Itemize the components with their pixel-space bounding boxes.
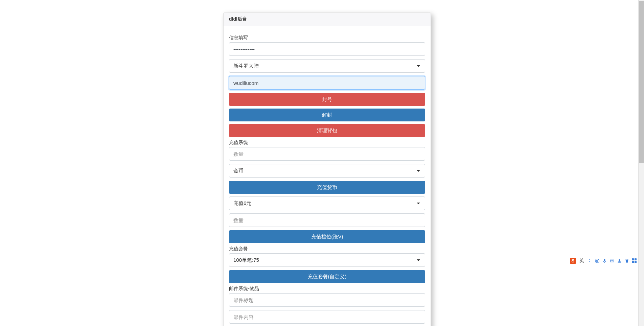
admin-panel-card: dldl后台 信息填写 新斗罗大陆 封号 解封 清理背包 充值系统 金币 充值货… (223, 13, 431, 326)
mail-system-label: 邮件系统-物品 (229, 286, 425, 292)
info-section-label: 信息填写 (229, 35, 425, 41)
password-input[interactable] (229, 42, 425, 56)
mail-title-input[interactable] (229, 293, 425, 307)
panel-title: dldl后台 (224, 13, 431, 26)
caret-down-icon (417, 259, 420, 261)
user-icon[interactable] (617, 258, 622, 263)
server-select-value: 新斗罗大陆 (233, 63, 259, 69)
panel-body: 信息填写 新斗罗大陆 封号 解封 清理背包 充值系统 金币 充值货币 充值6元 (224, 26, 431, 326)
mail-content-input[interactable] (229, 310, 425, 324)
sogou-logo-icon[interactable]: S (569, 257, 577, 264)
clear-bag-button[interactable]: 清理背包 (229, 124, 425, 137)
unban-button[interactable]: 解封 (229, 109, 425, 121)
skin-icon[interactable] (624, 258, 629, 263)
keyboard-icon[interactable] (609, 258, 615, 263)
currency-select-value: 金币 (233, 167, 244, 174)
server-select[interactable]: 新斗罗大陆 (229, 59, 425, 73)
scrollbar-track[interactable] (638, 0, 644, 326)
scrollbar-thumb[interactable] (639, 1, 644, 163)
package-select[interactable]: 100单笔:75 (229, 253, 425, 267)
recharge-tier-select[interactable]: 充值6元 (229, 196, 425, 210)
caret-down-icon (417, 65, 420, 67)
recharge-currency-button[interactable]: 充值货币 (229, 181, 425, 194)
recharge-system-label: 充值系统 (229, 140, 425, 146)
recharge-package-button[interactable]: 充值套餐(自定义) (229, 270, 425, 283)
caret-down-icon (417, 203, 420, 204)
ime-toolbar[interactable]: S 英 •• (568, 256, 638, 265)
ime-lang-label[interactable]: 英 (579, 258, 584, 264)
recharge-package-label: 充值套餐 (229, 246, 425, 252)
recharge-tier-button[interactable]: 充值档位(涨V) (229, 230, 425, 243)
quantity2-input[interactable] (229, 213, 425, 227)
ban-button[interactable]: 封号 (229, 93, 425, 106)
ime-separator-icon: •• (587, 258, 592, 263)
smiley-icon[interactable] (594, 258, 600, 263)
mic-icon[interactable] (602, 258, 607, 263)
currency-select[interactable]: 金币 (229, 164, 425, 178)
quantity-input[interactable] (229, 147, 425, 161)
grid-icon[interactable] (631, 258, 637, 263)
recharge-tier-select-value: 充值6元 (233, 200, 251, 207)
caret-down-icon (417, 170, 420, 172)
viewport: dldl后台 信息填写 新斗罗大陆 封号 解封 清理背包 充值系统 金币 充值货… (0, 0, 644, 326)
username-input[interactable] (229, 76, 425, 90)
package-select-value: 100单笔:75 (233, 257, 259, 263)
